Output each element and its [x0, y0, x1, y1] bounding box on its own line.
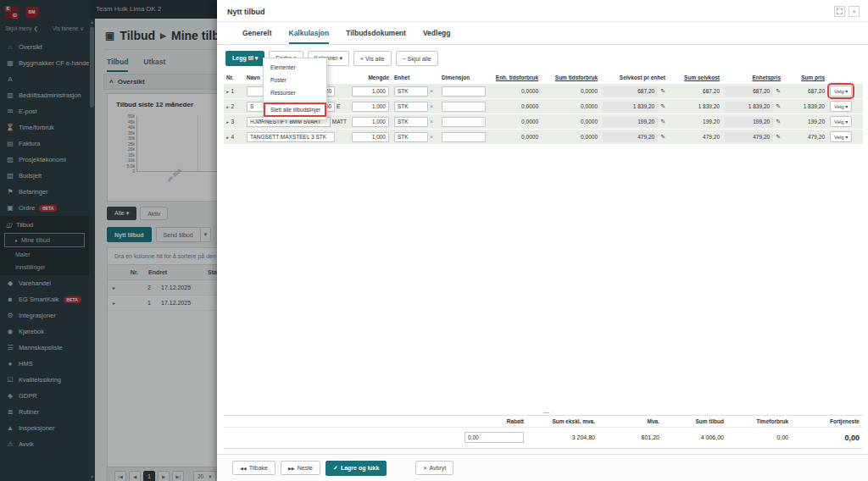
- pencil-icon[interactable]: ✎: [776, 134, 781, 141]
- pencil-icon[interactable]: ✎: [776, 119, 781, 125]
- totals-header-row: Rabatt Sum ekskl. mva. Mva. Sum tilbud T…: [224, 416, 863, 428]
- expand-row-icon[interactable]: ▸: [226, 89, 229, 94]
- enhetspris-value[interactable]: 1 839,20: [725, 102, 773, 112]
- back-button[interactable]: ◀◀Tilbake: [232, 461, 275, 475]
- enh-tid-value: 0,0000: [488, 119, 541, 124]
- name-cell: TANGSETT MAXSTEEL 3 STK: [244, 132, 349, 142]
- show-all-button[interactable]: + Vis alle: [353, 51, 392, 66]
- tab-generelt[interactable]: Generelt: [242, 29, 272, 44]
- enh-tid-value: 0,0000: [488, 103, 541, 109]
- col-enh-tidsforbruk[interactable]: Enh. tidsforbruk: [488, 75, 541, 80]
- tab-vedlegg[interactable]: Vedlegg: [423, 29, 451, 44]
- close-icon: ×: [423, 465, 426, 471]
- enhet-input[interactable]: [394, 86, 428, 97]
- fullscreen-button[interactable]: [834, 6, 845, 17]
- value-fortjeneste: 0,00: [792, 431, 863, 445]
- caret-down-icon: ▾: [255, 55, 259, 61]
- expand-row-icon[interactable]: ▸: [226, 135, 229, 140]
- mengde-input[interactable]: [352, 117, 389, 127]
- col-sum-pris[interactable]: Sum pris: [783, 75, 827, 80]
- selvkost-enhet-value[interactable]: 199,20: [603, 117, 658, 127]
- caret-down-icon: ▾: [845, 89, 848, 94]
- pencil-icon[interactable]: ✎: [776, 103, 781, 110]
- close-button[interactable]: ×: [849, 6, 860, 17]
- menu-item-poster[interactable]: Poster: [264, 74, 326, 86]
- pencil-icon[interactable]: ✎: [660, 88, 665, 95]
- dimensjon-input[interactable]: [442, 86, 486, 97]
- mengde-input[interactable]: [352, 102, 389, 112]
- dimensjon-input[interactable]: [442, 102, 486, 112]
- velg-button[interactable]: Velg ▾: [830, 131, 852, 142]
- totals-value-row: 3 204,80 801,20 4 006,00 0,00 0,00: [224, 428, 863, 448]
- enh-tid-value: 0,0000: [488, 134, 541, 140]
- value-timeforbruk: 0,00: [727, 432, 792, 443]
- sum-tid-value: 0,0000: [541, 134, 600, 140]
- mengde-input[interactable]: [352, 86, 389, 97]
- selvkost-enhet-value[interactable]: 479,20: [603, 132, 658, 142]
- label-fortjeneste: Fortjeneste: [792, 416, 863, 427]
- clear-icon[interactable]: ×: [430, 88, 433, 94]
- tab-kalkulasjon[interactable]: Kalkulasjon: [289, 29, 330, 44]
- pencil-icon[interactable]: ✎: [660, 119, 665, 125]
- caret-down-icon: ▾: [845, 119, 848, 124]
- enhetspris-value[interactable]: 479,20: [725, 132, 773, 142]
- value-mva: 801,20: [598, 432, 663, 443]
- fullscreen-icon: [837, 8, 843, 14]
- col-nr[interactable]: Nr.: [224, 75, 244, 80]
- col-enhet[interactable]: Enhet: [392, 75, 439, 80]
- sum-pris-value: 479,20: [783, 134, 827, 140]
- pencil-icon[interactable]: ✎: [660, 134, 665, 141]
- enhet-input[interactable]: [394, 132, 428, 142]
- modal-footer: ◀◀Tilbake ▶▶Neste ✓Lagre og lukk ×Avbryt: [217, 454, 868, 481]
- expand-row-icon[interactable]: ▸: [226, 104, 229, 109]
- col-selvkost-pr-enhet[interactable]: Selvkost pr enhet: [600, 75, 668, 80]
- expand-row-icon[interactable]: ▸: [226, 119, 229, 124]
- col-sum-selvkost[interactable]: Sum selvkost: [668, 75, 722, 80]
- enhetspris-value[interactable]: 687,20: [725, 86, 773, 97]
- cancel-button[interactable]: ×Avbryt: [415, 461, 453, 475]
- clear-icon[interactable]: ×: [430, 119, 433, 124]
- col-mengde[interactable]: Mengde: [349, 75, 392, 80]
- col-enhetspris[interactable]: Enhetspris: [722, 75, 783, 80]
- new-offer-modal: Nytt tilbud × Generelt Kalkulasjon Tilbu…: [217, 0, 868, 481]
- col-sum-tidsforbruk[interactable]: Sum tidsforbruk: [541, 75, 600, 80]
- selvkost-enhet-value[interactable]: 1 839,20: [603, 102, 658, 112]
- menu-item-ressurser[interactable]: Ressurser: [264, 86, 326, 99]
- enhet-input[interactable]: [394, 117, 428, 127]
- tab-tilbudsdokument[interactable]: Tilbudsdokument: [346, 29, 406, 44]
- clear-icon[interactable]: ×: [430, 134, 433, 140]
- clear-icon[interactable]: ×: [430, 103, 433, 109]
- mengde-input[interactable]: [352, 132, 389, 142]
- sum-pris-value: 199,20: [783, 119, 827, 124]
- label-sum-ekskl-mva: Sum ekskl. mva.: [527, 416, 598, 427]
- menu-divider: [264, 101, 326, 102]
- save-and-close-button[interactable]: ✓Lagre og lukk: [326, 461, 387, 476]
- sum-tid-value: 0,0000: [541, 88, 600, 94]
- caret-down-icon: ▾: [845, 135, 848, 140]
- rabatt-input[interactable]: [465, 432, 524, 443]
- caret-down-icon: ▾: [845, 104, 848, 109]
- next-button[interactable]: ▶▶Neste: [281, 461, 320, 475]
- splitter-handle-icon[interactable]: — ·: [543, 409, 553, 415]
- velg-button-annotated[interactable]: Velg ▾: [830, 86, 852, 97]
- dimensjon-input[interactable]: [442, 117, 486, 127]
- name-input[interactable]: TANGSETT MAXSTEEL 3 STK: [247, 132, 335, 142]
- velg-button[interactable]: Velg ▾: [830, 101, 852, 112]
- pencil-icon[interactable]: ✎: [660, 103, 665, 110]
- velg-button[interactable]: Velg ▾: [830, 116, 852, 127]
- col-dimensjon[interactable]: Dimensjon: [439, 75, 488, 80]
- modal-tabs: Generelt Kalkulasjon Tilbudsdokument Ved…: [217, 22, 868, 45]
- enhet-input[interactable]: [394, 102, 428, 112]
- enh-tid-value: 0,0000: [488, 88, 541, 94]
- selvkost-enhet-value[interactable]: 687,20: [603, 86, 658, 97]
- pencil-icon[interactable]: ✎: [776, 88, 781, 95]
- dimensjon-input[interactable]: [442, 132, 486, 142]
- enhetspris-value[interactable]: 199,20: [725, 117, 773, 127]
- sum-tid-value: 0,0000: [541, 103, 600, 109]
- add-button[interactable]: Legg til ▾: [225, 51, 264, 66]
- menu-item-slett-alle-tilbudslinjer-annotated[interactable]: Slett alle tilbudslinjer: [264, 103, 326, 116]
- hide-all-button[interactable]: − Skjul alle: [396, 51, 438, 66]
- double-left-icon: ◀◀: [240, 466, 247, 471]
- label-rabatt: Rabatt: [463, 416, 527, 427]
- menu-item-elementer[interactable]: Elementer: [264, 61, 326, 74]
